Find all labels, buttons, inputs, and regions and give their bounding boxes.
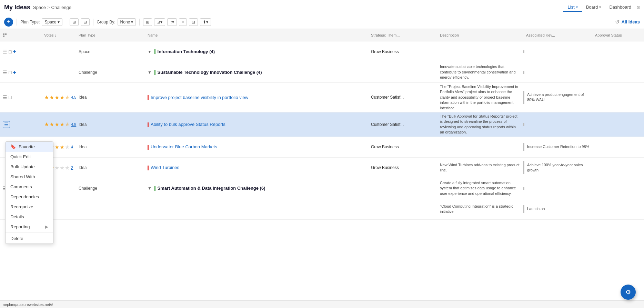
star-count-2[interactable]: 4.5: [71, 95, 76, 99]
context-menu-item-dependencies[interactable]: Dependencies: [6, 192, 53, 202]
approval-cell-1: [592, 71, 644, 74]
svg-rect-2: [3, 36, 4, 37]
plan-type-cell-0: Space: [76, 48, 145, 56]
group-name-1[interactable]: Sustainable Technology Innovation Challe…: [154, 70, 262, 75]
view-options-button[interactable]: ⊞: [143, 18, 152, 26]
approval-cell-6: [592, 187, 644, 190]
desc-cell-5: New Wind Turbines add-ons to existing pr…: [437, 161, 523, 175]
list-dropdown-arrow[interactable]: ▾: [576, 5, 578, 9]
name-cell-0[interactable]: ▼ Information Technology (4): [145, 48, 368, 56]
breadcrumb-challenge[interactable]: Challenge: [51, 5, 72, 10]
drag-icon-1[interactable]: ☰: [3, 70, 7, 75]
name-cell-7: [145, 208, 368, 210]
sort-button[interactable]: ↕▾: [167, 18, 177, 26]
idea-name-5[interactable]: Wind Turbines: [148, 165, 179, 170]
th-plan-type[interactable]: Plan Type: [76, 32, 145, 39]
desc-cell-3: The "Bulk Approval for Status Reports" p…: [437, 112, 523, 137]
filter-button[interactable]: ⊿▾: [154, 18, 165, 26]
assoc-cell-2: Achieve a product engagement of 80% WAU: [523, 91, 592, 104]
group-name-0[interactable]: Information Technology (4): [154, 49, 215, 54]
th-associated-key[interactable]: Associated Key...: [523, 32, 592, 39]
star-count-3[interactable]: 4.5: [71, 122, 76, 127]
chevron-icon-0[interactable]: ▼: [148, 49, 152, 54]
add-child-icon-1[interactable]: +: [13, 69, 16, 76]
drag-icon-2[interactable]: ☰: [3, 95, 7, 100]
context-menu: 🔖 Favorite Quick Edit Bulk Update Shared…: [5, 141, 53, 220]
idea-name-4[interactable]: Underwater Blue Carbon Markets: [148, 144, 217, 149]
add-child-icon-0[interactable]: +: [13, 49, 16, 55]
idea-name-3[interactable]: Ability to bulk approve Status Reports: [148, 122, 225, 127]
assoc-cell-3: [523, 123, 592, 126]
strategic-theme-cell-0: Grow Business: [368, 48, 437, 56]
group-by-selector[interactable]: None ▾: [118, 18, 136, 26]
assoc-cell-1: [523, 71, 592, 74]
th-approval-status[interactable]: Approval Status: [592, 32, 644, 39]
add-column-button[interactable]: ⊞: [70, 18, 79, 26]
context-menu-item-favorite[interactable]: 🔖 Favorite: [6, 142, 53, 152]
bookmark-icon: 🔖: [10, 144, 16, 149]
th-votes[interactable]: Votes ↓: [41, 32, 76, 39]
th-description[interactable]: Description: [437, 32, 523, 39]
context-menu-item-sharedwith[interactable]: Shared With: [6, 172, 53, 182]
name-cell-5[interactable]: Wind Turbines: [145, 163, 368, 172]
expand-button[interactable]: ⊟: [81, 18, 90, 26]
card-view-button[interactable]: ⊡: [189, 18, 198, 26]
th-hierarchy[interactable]: [0, 32, 41, 39]
chevron-icon-6[interactable]: ▼: [148, 186, 152, 191]
breadcrumb-space[interactable]: Space: [33, 5, 46, 10]
board-dropdown-arrow[interactable]: ▾: [599, 5, 601, 9]
assoc-cell-5: Achieve 100% year-to-year sales growth: [523, 161, 592, 175]
plan-type-cell-1: Challenge: [76, 69, 145, 76]
toolbar: + Plan Type: Space ▾ ⊞ ⊟ Group By: None …: [0, 15, 644, 29]
row-actions-2: ☰ □: [0, 93, 41, 101]
collapse-icon[interactable]: ⊠: [637, 5, 640, 10]
context-menu-item-comments[interactable]: Comments: [6, 182, 53, 192]
add-button[interactable]: +: [4, 18, 13, 27]
strategic-theme-cell-7: [368, 208, 437, 210]
tab-list[interactable]: List ▾: [563, 3, 582, 12]
all-ideas-button[interactable]: All Ideas: [622, 19, 640, 24]
table-row: ☰ □ + Challenge ▼ Sustainable Technology…: [0, 62, 644, 83]
group-by-label: Group By:: [97, 20, 115, 24]
star-count-5[interactable]: 2: [71, 166, 73, 170]
strategic-theme-cell-4: Grow Business: [368, 143, 437, 151]
idea-name-2[interactable]: Improve project baseline visibility in p…: [148, 95, 248, 100]
th-name[interactable]: Name: [145, 32, 368, 39]
tab-board[interactable]: Board ▾: [582, 3, 605, 12]
th-strategic-theme[interactable]: Strategic Them...: [368, 32, 437, 39]
drag-icon-3[interactable]: ☰: [3, 121, 10, 128]
context-menu-item-details[interactable]: Details: [6, 212, 53, 220]
approval-cell-5: [592, 166, 644, 169]
sep2: [66, 19, 66, 26]
desc-cell-1: Innovate sustainable technologies that c…: [437, 63, 523, 81]
group-name-6[interactable]: Smart Automation & Data Integration Chal…: [154, 186, 265, 191]
export-button[interactable]: ⬆▾: [200, 18, 211, 26]
approval-cell-4: [592, 146, 644, 148]
desc-cell-0: [437, 50, 523, 53]
list-view-button[interactable]: ≡: [179, 18, 187, 26]
app-title: My Ideas: [4, 4, 30, 11]
sep3: [93, 19, 93, 26]
strategic-theme-cell-5: Grow Business: [368, 164, 437, 171]
comment-icon-2[interactable]: □: [9, 95, 11, 100]
context-menu-item-bulkupdate[interactable]: Bulk Update: [6, 162, 53, 172]
plan-type-selector[interactable]: Space ▾: [42, 18, 62, 26]
comment-icon-3[interactable]: —: [11, 122, 16, 127]
name-cell-4[interactable]: Underwater Blue Carbon Markets: [145, 143, 368, 151]
strategic-theme-cell-1: [368, 71, 437, 74]
tab-dashboard[interactable]: Dashboard: [605, 3, 635, 12]
comment-icon-0[interactable]: □: [9, 49, 11, 54]
context-menu-item-reorganize[interactable]: Reorganize: [6, 202, 53, 212]
name-cell-2[interactable]: Improve project baseline visibility in p…: [145, 93, 368, 102]
chevron-icon-1[interactable]: ▼: [148, 70, 152, 75]
name-cell-6[interactable]: ▼ Smart Automation & Data Integration Ch…: [145, 184, 368, 192]
name-cell-1[interactable]: ▼ Sustainable Technology Innovation Chal…: [145, 68, 368, 77]
context-menu-item-quickedit[interactable]: Quick Edit: [6, 152, 53, 162]
comment-icon-1[interactable]: □: [9, 70, 11, 75]
strategic-theme-cell-6: [368, 187, 437, 190]
refresh-icon[interactable]: ↺: [615, 19, 620, 25]
drag-icon-0[interactable]: ☰: [3, 49, 7, 54]
star-count-4[interactable]: 4: [71, 145, 73, 149]
name-cell-3[interactable]: Ability to bulk approve Status Reports: [145, 120, 368, 129]
approval-cell-0: [592, 50, 644, 53]
